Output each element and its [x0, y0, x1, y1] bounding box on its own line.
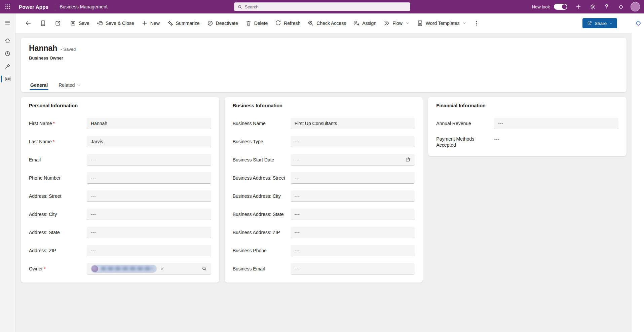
annual-revenue-input[interactable]: --- — [494, 118, 618, 129]
refresh-button[interactable]: Refresh — [272, 17, 303, 29]
business-address-zip-input[interactable]: --- — [291, 227, 415, 238]
field-business-start-date: Business Start Date --- — [233, 154, 415, 165]
more-commands-button[interactable] — [470, 17, 483, 29]
search-input[interactable] — [245, 4, 407, 9]
entity-record-icon — [4, 76, 11, 82]
field-business-name: Business Name First Up Consultants — [233, 118, 415, 129]
summarize-button[interactable]: Summarize — [164, 17, 203, 29]
record-title: Hannah — [29, 44, 57, 53]
tab-general[interactable]: General — [30, 82, 48, 92]
address-state-input[interactable]: --- — [87, 227, 211, 238]
share-button[interactable]: Share — [582, 18, 617, 28]
save-and-close-label: Save & Close — [106, 21, 134, 26]
popout-button[interactable] — [52, 17, 64, 29]
copilot-pane-button[interactable] — [635, 20, 642, 27]
sitemap-menu-button[interactable] — [0, 16, 15, 29]
last-name-input[interactable]: Jarvis — [87, 136, 211, 147]
financial-information-section: Financial Information Annual Revenue ---… — [428, 97, 627, 156]
field-label-text: Email — [29, 157, 41, 162]
business-start-date-input[interactable]: --- — [291, 154, 415, 165]
date-picker-button[interactable] — [402, 157, 411, 162]
field-business-email: Business Email --- — [233, 263, 415, 274]
field-label-text: Address: ZIP — [29, 248, 56, 253]
remove-owner-button[interactable] — [160, 266, 164, 271]
field-value: --- — [91, 212, 96, 217]
settings-button[interactable] — [587, 1, 598, 13]
field-value: First Up Consultants — [295, 121, 337, 126]
command-bar: Save Save & Close New — [15, 13, 632, 33]
payment-methods-value[interactable]: --- — [494, 136, 618, 142]
global-search[interactable] — [234, 2, 410, 11]
calendar-icon — [405, 157, 411, 162]
sidebar-item-pinned[interactable] — [0, 60, 15, 73]
save-and-close-button[interactable]: Save & Close — [93, 17, 137, 29]
new-button[interactable]: New — [138, 17, 163, 29]
email-input[interactable]: --- — [87, 154, 211, 165]
business-address-city-input[interactable]: --- — [291, 190, 415, 202]
address-zip-input[interactable]: --- — [87, 245, 211, 256]
field-label: Business Address: City — [233, 193, 291, 199]
save-button[interactable]: Save — [67, 17, 92, 29]
copilot-icon — [618, 4, 624, 10]
business-address-street-input[interactable]: --- — [291, 172, 415, 184]
field-business-address-city: Business Address: City --- — [233, 190, 415, 202]
business-name-input[interactable]: First Up Consultants — [291, 118, 415, 129]
delete-label: Delete — [254, 21, 268, 26]
flow-button[interactable]: Flow — [380, 17, 413, 29]
field-label-text: Address: City — [29, 212, 57, 217]
field-label: Business Name — [233, 120, 291, 126]
word-templates-button[interactable]: Word Templates — [414, 17, 470, 29]
field-value: --- — [295, 193, 300, 199]
business-phone-input[interactable]: --- — [291, 245, 415, 256]
address-street-input[interactable]: --- — [87, 190, 211, 202]
left-sidebar — [0, 13, 15, 332]
owner-lookup-pill[interactable] — [91, 265, 157, 273]
first-name-input[interactable]: Hannah — [87, 118, 211, 129]
assign-label: Assign — [362, 21, 376, 26]
owner-name-redacted — [101, 267, 153, 270]
field-value: --- — [91, 248, 96, 253]
quick-create-button[interactable] — [573, 1, 584, 13]
header-divider — [54, 4, 54, 9]
field-owner: Owner* — [29, 263, 211, 274]
form-selector-button[interactable] — [37, 17, 49, 29]
sidebar-item-home[interactable] — [0, 34, 15, 47]
owner-lookup-input[interactable] — [87, 263, 211, 274]
deactivate-button[interactable]: Deactivate — [204, 17, 241, 29]
sidebar-item-recent[interactable] — [0, 47, 15, 60]
pin-icon — [4, 63, 11, 70]
sidebar-item-business-owners[interactable] — [0, 73, 15, 85]
search-icon — [237, 4, 242, 9]
chevron-down-icon — [77, 83, 81, 87]
new-label: New — [150, 21, 160, 26]
app-name[interactable]: Business Management — [60, 4, 107, 9]
field-label: Address: Street — [29, 193, 87, 199]
field-value: --- — [91, 175, 96, 181]
business-email-input[interactable]: --- — [291, 263, 415, 274]
address-city-input[interactable]: --- — [87, 209, 211, 220]
field-label-text: Business Email — [233, 266, 265, 271]
record-entity-name: Business Owner — [29, 56, 618, 61]
app-launcher-button[interactable] — [0, 0, 15, 13]
flow-icon — [383, 20, 390, 27]
tab-related[interactable]: Related — [58, 82, 82, 92]
assign-button[interactable]: Assign — [350, 17, 379, 29]
back-button[interactable] — [22, 17, 34, 29]
business-address-state-input[interactable]: --- — [291, 209, 415, 220]
help-button[interactable]: ? — [601, 1, 612, 13]
check-access-button[interactable]: Check Access — [304, 17, 349, 29]
gear-icon — [590, 4, 596, 10]
field-value: Jarvis — [91, 139, 103, 144]
field-label-text: Phone Number — [29, 175, 61, 181]
business-type-input[interactable]: --- — [291, 136, 415, 147]
field-label-text: Business Address: State — [233, 212, 284, 217]
phone-number-input[interactable]: --- — [87, 172, 211, 184]
brand-title[interactable]: Power Apps — [19, 4, 48, 10]
word-templates-label: Word Templates — [426, 21, 460, 26]
delete-button[interactable]: Delete — [242, 17, 271, 29]
new-look-toggle[interactable] — [554, 4, 567, 10]
deactivate-label: Deactivate — [216, 21, 238, 26]
owner-search-button[interactable] — [199, 266, 207, 271]
copilot-button[interactable] — [615, 1, 627, 13]
account-avatar[interactable] — [631, 2, 640, 11]
